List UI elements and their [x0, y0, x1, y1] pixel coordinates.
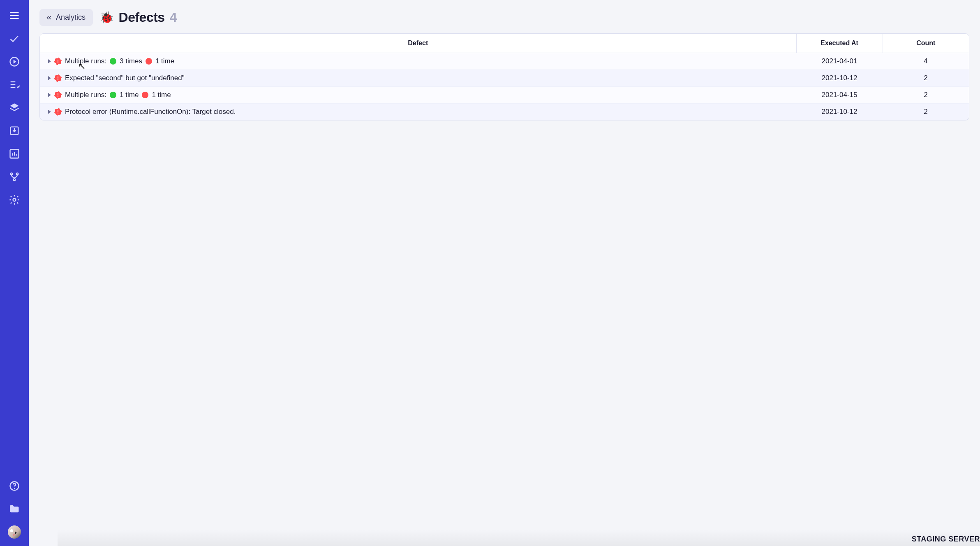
check-icon[interactable]: [3, 27, 26, 50]
checklist-icon[interactable]: [3, 73, 26, 96]
table-row[interactable]: !Protocol error (Runtime.callFunctionOn)…: [40, 104, 969, 120]
fail-dot-icon: [146, 58, 152, 65]
table-row[interactable]: !Multiple runs: 1 time 1 time2021-04-152: [40, 87, 969, 104]
chart-icon[interactable]: [3, 142, 26, 165]
table-row[interactable]: !Expected "second" but got "undefined"20…: [40, 70, 969, 87]
play-icon[interactable]: [3, 50, 26, 73]
defects-table: Defect Executed At Count !Multiple runs:…: [39, 33, 969, 120]
expand-caret-icon[interactable]: [48, 110, 51, 114]
gear-icon[interactable]: [3, 188, 26, 211]
bug-icon: 🐞: [99, 11, 114, 24]
breadcrumb-label: Analytics: [56, 13, 86, 22]
svg-point-20: [14, 488, 15, 489]
col-header-defect[interactable]: Defect: [40, 34, 796, 53]
import-icon[interactable]: [3, 119, 26, 142]
count-cell: 2: [883, 87, 969, 104]
pass-count: 1 time: [120, 91, 139, 99]
defect-burst-icon: !: [54, 108, 62, 116]
breadcrumb-analytics[interactable]: Analytics: [39, 9, 93, 26]
chevrons-left-icon: [45, 14, 53, 21]
fail-dot-icon: [142, 92, 148, 98]
avatar[interactable]: [8, 525, 21, 539]
svg-point-17: [14, 179, 16, 181]
expand-caret-icon[interactable]: [48, 76, 51, 80]
executed-at: 2021-04-15: [796, 87, 883, 104]
table-row[interactable]: !Multiple runs: 3 times 1 time2021-04-01…: [40, 53, 969, 70]
svg-point-18: [13, 199, 16, 201]
defect-burst-icon: !: [54, 74, 62, 82]
main: Analytics 🐞 Defects 4 Defect Executed At…: [29, 0, 980, 546]
environment-badge: STAGING SERVER: [912, 535, 980, 544]
count-cell: 2: [883, 104, 969, 120]
page-title-count: 4: [170, 10, 177, 25]
defect-text: Multiple runs:: [65, 91, 106, 99]
expand-caret-icon[interactable]: [48, 93, 51, 97]
executed-at: 2021-04-01: [796, 53, 883, 70]
branch-icon[interactable]: [3, 165, 26, 188]
col-header-count[interactable]: Count: [883, 34, 969, 53]
layers-icon[interactable]: [3, 96, 26, 119]
defect-burst-icon: !: [54, 58, 62, 65]
folder-icon[interactable]: [3, 497, 26, 521]
executed-at: 2021-10-12: [796, 70, 883, 87]
count-cell: 4: [883, 53, 969, 70]
hamburger-icon[interactable]: [3, 4, 26, 27]
fail-count: 1 time: [155, 57, 174, 65]
page-title-text: Defects: [119, 10, 165, 25]
sidebar: [0, 0, 29, 546]
svg-point-15: [11, 173, 13, 175]
defect-text: Protocol error (Runtime.callFunctionOn):…: [65, 108, 236, 116]
svg-marker-4: [14, 60, 16, 63]
fail-count: 1 time: [152, 91, 171, 99]
expand-caret-icon[interactable]: [48, 59, 51, 63]
defect-burst-icon: !: [54, 91, 62, 99]
table-header-row: Defect Executed At Count: [40, 34, 969, 53]
executed-at: 2021-10-12: [796, 104, 883, 120]
pass-dot-icon: [110, 58, 116, 65]
help-icon[interactable]: [3, 474, 26, 497]
page-title: 🐞 Defects 4: [99, 10, 177, 25]
header: Analytics 🐞 Defects 4: [29, 0, 980, 33]
defect-text: Multiple runs:: [65, 57, 106, 65]
count-cell: 2: [883, 70, 969, 87]
svg-point-16: [16, 173, 18, 175]
col-header-executed[interactable]: Executed At: [796, 34, 883, 53]
pass-count: 3 times: [120, 57, 142, 65]
pass-dot-icon: [110, 92, 116, 98]
defect-text: Expected "second" but got "undefined": [65, 74, 185, 82]
svg-marker-8: [10, 104, 19, 109]
